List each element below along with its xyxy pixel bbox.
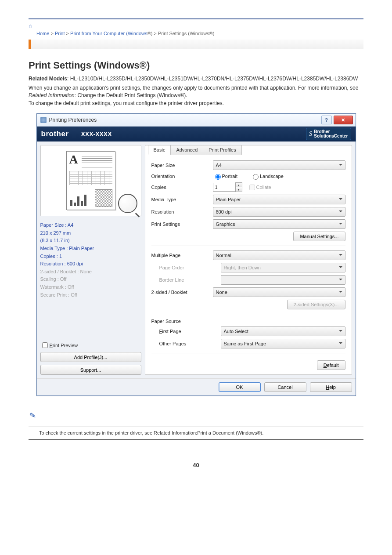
crumb-home[interactable]: Home: [36, 31, 49, 36]
label-border-line: Border Line: [159, 277, 221, 283]
copies-input[interactable]: [213, 183, 236, 192]
solutions-icon: S: [309, 131, 313, 138]
print-settings-select[interactable]: Graphics: [213, 219, 345, 229]
crumb-print-pc[interactable]: Print from Your Computer (Windows: [70, 31, 147, 36]
solutions-center-button[interactable]: S BrotherSolutionsCenter: [306, 128, 351, 140]
note-text: To check the current settings in the pri…: [39, 430, 363, 437]
label-media-type: Media Type: [151, 197, 213, 202]
other-pages-select[interactable]: Same as First Page: [221, 339, 345, 348]
model-name: XXX-XXXX: [81, 131, 112, 138]
related-models: Related Models: HL-L2310D/HL-L2335D/HL-L…: [29, 76, 363, 82]
ok-button[interactable]: OK: [219, 382, 261, 392]
close-button[interactable]: ✕: [334, 116, 353, 124]
label-page-order: Page Order: [159, 265, 221, 270]
border-line-select: [221, 275, 345, 285]
twosided-select[interactable]: None: [213, 287, 345, 297]
manual-settings-button[interactable]: Manual Settings...: [293, 232, 345, 241]
twosided-settings-button: 2-sided Settings(X)...: [287, 300, 345, 309]
printing-preferences-dialog: Printing Preferences ? ✕ brother XXX-XXX…: [36, 113, 356, 396]
resolution-select[interactable]: 600 dpi: [213, 207, 345, 217]
add-profile-button[interactable]: Add Profile(J)...: [40, 352, 141, 362]
paper-size-select[interactable]: A4: [213, 160, 345, 170]
label-copies: Copies: [151, 185, 213, 190]
home-icon: ⌂: [29, 22, 32, 29]
tab-advanced[interactable]: Advanced: [170, 145, 203, 155]
help-button[interactable]: ?: [321, 116, 332, 124]
brother-logo: brother: [41, 130, 69, 138]
print-preview-checkbox[interactable]: PPrint Previewrint Preview: [40, 341, 141, 349]
printer-icon: [40, 117, 47, 123]
label-paper-size: Paper Size: [151, 163, 213, 168]
label-orientation: Orientation: [151, 174, 213, 179]
page-number: 40: [24, 462, 368, 468]
label-other-pages: Other Pages: [159, 341, 221, 346]
magnifier-icon: [118, 194, 137, 213]
label-first-page: First Page: [159, 329, 221, 334]
cancel-button[interactable]: Cancel: [264, 382, 306, 392]
page-preview: [40, 145, 141, 216]
support-button[interactable]: Support...: [40, 365, 141, 375]
crumb-print[interactable]: Print: [55, 31, 65, 36]
help-footer-button[interactable]: Help: [310, 382, 352, 392]
multiple-page-select[interactable]: Normal: [213, 250, 345, 260]
collate-checkbox: Collate: [248, 183, 271, 192]
label-multiple-page: Multiple Page: [151, 253, 213, 258]
label-paper-source: Paper Source: [151, 319, 213, 324]
current-settings: Paper Size : A4 210 x 297 mm (8.3 x 11.7…: [40, 221, 141, 299]
tab-basic[interactable]: Basic: [148, 145, 171, 155]
dialog-title: Printing Preferences: [49, 117, 97, 123]
section-bar: [29, 40, 363, 49]
media-type-select[interactable]: Plain Paper: [213, 195, 345, 204]
copies-spinner[interactable]: ▲▼: [235, 182, 242, 192]
first-page-select[interactable]: Auto Select: [221, 326, 345, 336]
breadcrumb: Home > Print > Print from Your Computer …: [36, 31, 368, 36]
page-title: Print Settings (Windows®): [29, 60, 363, 71]
page-order-select: Right, then Down: [221, 263, 345, 272]
intro-text: When you change an application's print s…: [29, 84, 363, 107]
radio-portrait[interactable]: Portrait: [213, 173, 237, 180]
label-twosided: 2-sided / Booklet: [151, 290, 213, 295]
label-print-settings: Print Settings: [151, 221, 213, 227]
pencil-icon: ✎: [29, 410, 37, 421]
default-button[interactable]: Default: [317, 360, 345, 370]
tab-print-profiles[interactable]: Print Profiles: [203, 145, 241, 155]
label-resolution: Resolution: [151, 209, 213, 214]
radio-landscape[interactable]: Landscape: [251, 173, 284, 180]
